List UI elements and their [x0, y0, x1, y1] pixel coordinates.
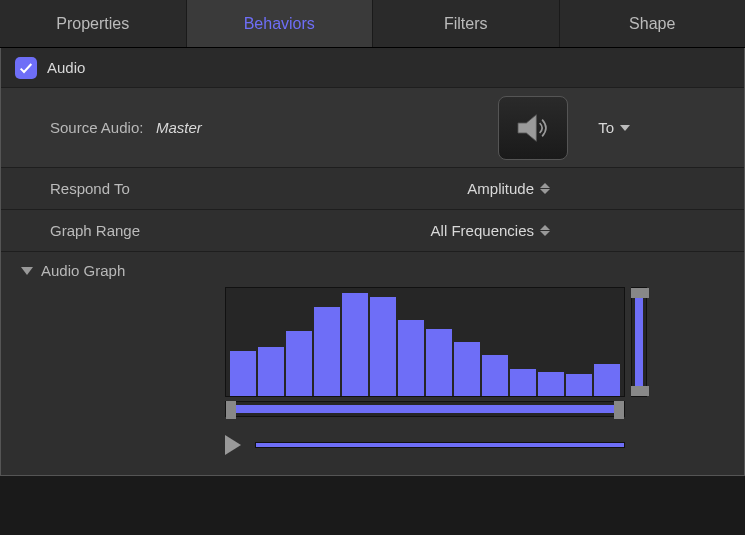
graph-range-row: Graph Range All Frequencies: [1, 210, 744, 252]
svg-marker-0: [518, 114, 536, 141]
audio-enable-checkbox[interactable]: [15, 57, 37, 79]
audio-graph-bar: [286, 331, 312, 396]
respond-to-stepper[interactable]: [540, 183, 550, 194]
respond-to-label: Respond To: [15, 180, 215, 197]
graph-range-label: Graph Range: [15, 222, 215, 239]
audio-graph-bar: [538, 372, 564, 396]
chevron-up-icon: [540, 183, 550, 188]
slider-thumb-right[interactable]: [614, 401, 624, 419]
slider-thumb-left[interactable]: [226, 401, 236, 419]
audio-graph-bar: [258, 347, 284, 396]
chevron-up-icon: [540, 225, 550, 230]
source-audio-row: Source Audio: Master To: [1, 88, 744, 168]
audio-graph-progress[interactable]: [255, 442, 625, 448]
audio-graph-header: Audio Graph: [15, 262, 730, 279]
slider-thumb-bottom[interactable]: [631, 386, 649, 396]
behavior-title: Audio: [47, 59, 85, 76]
audio-graph-bar: [454, 342, 480, 396]
audio-graph-bar: [594, 364, 620, 396]
chevron-down-icon: [540, 231, 550, 236]
source-audio-well[interactable]: [498, 96, 568, 160]
tab-filters[interactable]: Filters: [373, 0, 560, 47]
tab-shape[interactable]: Shape: [560, 0, 746, 47]
behavior-panel: Audio Source Audio: Master To Respond To…: [0, 48, 745, 476]
respond-to-row: Respond To Amplitude: [1, 168, 744, 210]
audio-graph-bar: [510, 369, 536, 396]
audio-graph-bar: [342, 293, 368, 396]
audio-graph-vrange-slider[interactable]: [631, 287, 647, 397]
audio-graph-bar: [398, 320, 424, 396]
graph-range-stepper[interactable]: [540, 225, 550, 236]
speaker-icon: [513, 108, 553, 148]
audio-graph-bar: [566, 374, 592, 396]
audio-graph-bar: [230, 351, 256, 396]
audio-graph-label: Audio Graph: [41, 262, 125, 279]
source-audio-value: Master: [156, 119, 202, 136]
disclosure-triangle-icon[interactable]: [21, 267, 33, 275]
source-audio-label: Source Audio:: [50, 119, 143, 136]
tab-behaviors[interactable]: Behaviors: [187, 0, 374, 47]
inspector-tabs: Properties Behaviors Filters Shape: [0, 0, 745, 48]
audio-graph-section: Audio Graph: [1, 252, 744, 475]
chevron-down-icon: [620, 125, 630, 131]
to-dropdown-label: To: [598, 119, 614, 136]
graph-range-value: All Frequencies: [431, 222, 534, 239]
audio-graph-bars: [225, 287, 625, 397]
chevron-down-icon: [540, 189, 550, 194]
audio-graph-bar: [482, 355, 508, 396]
behavior-header-row: Audio: [1, 48, 744, 88]
audio-graph-bar: [426, 329, 452, 396]
respond-to-value: Amplitude: [467, 180, 534, 197]
slider-thumb-top[interactable]: [631, 288, 649, 298]
audio-graph-hrange-slider[interactable]: [225, 401, 625, 417]
play-button[interactable]: [225, 435, 241, 455]
audio-graph-bar: [370, 297, 396, 396]
tab-properties[interactable]: Properties: [0, 0, 187, 47]
to-dropdown[interactable]: To: [598, 119, 630, 136]
audio-graph-bar: [314, 307, 340, 396]
